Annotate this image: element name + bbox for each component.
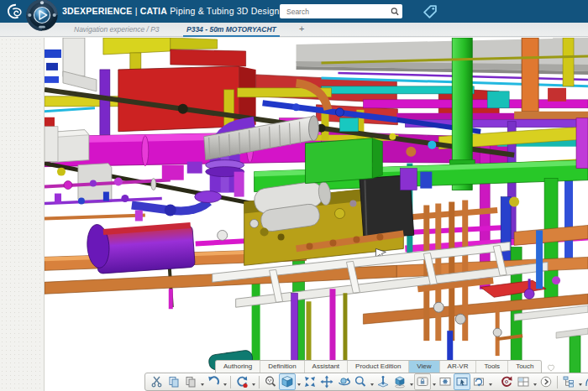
3ds-logo[interactable] — [6, 3, 24, 21]
toolbar-normal-view[interactable] — [375, 373, 391, 390]
ribbon-tab-assistant[interactable]: Assistant — [305, 361, 348, 373]
toolbar-screen-select[interactable] — [454, 373, 470, 390]
ribbon-tab-touch[interactable]: Touch — [508, 361, 541, 373]
toolbar-3d-navigation[interactable] — [583, 373, 588, 390]
search-box[interactable] — [280, 4, 402, 18]
app-subtitle: Piping & Tubing 3D Design — [170, 6, 280, 16]
toolbar-pan[interactable] — [318, 373, 335, 390]
document-tab-bar: Navigation experience / P3 P334 - 50m MO… — [0, 23, 588, 37]
app-name: CATIA — [140, 6, 167, 16]
toolbar-rotate[interactable] — [335, 373, 352, 390]
undo-dropdown-caret[interactable] — [223, 383, 227, 386]
named-views-dropdown-caret[interactable] — [410, 383, 413, 386]
ribbon-tab-view[interactable]: View — [409, 361, 439, 373]
toolbar-window-layout[interactable] — [515, 373, 532, 390]
toolbar-cut[interactable] — [149, 373, 165, 390]
toolbar-update[interactable] — [234, 373, 250, 390]
ribbon-tab-definition[interactable]: Definition — [260, 361, 304, 373]
ribbon-tab-authoring[interactable]: Authoring — [216, 361, 260, 373]
toolbar-screen-rotate[interactable] — [470, 373, 487, 390]
new-tab-button[interactable]: + — [296, 23, 307, 34]
window-layout-dropdown-caret[interactable] — [533, 383, 537, 386]
active-document-tab[interactable]: P334 - 50m MOTORYACHT — [183, 24, 280, 37]
breadcrumb[interactable]: Navigation experience / P3 — [74, 25, 160, 34]
tag-icon — [422, 3, 438, 20]
toolbar-design-tree[interactable] — [560, 373, 577, 390]
ribbon-tab-ar-vr[interactable]: AR-VR — [440, 361, 477, 373]
brand-name: 3DEXPERIENCE — [62, 6, 133, 16]
ribbon-tab-product-edition[interactable]: Product Edition — [348, 361, 409, 373]
paste-dropdown-caret[interactable] — [201, 383, 204, 386]
toolbar-update-visualization[interactable] — [498, 373, 515, 390]
zoom-dropdown-caret[interactable] — [370, 383, 374, 386]
action-toolbar — [144, 373, 588, 391]
top-bar: 3DEXPERIENCE | CATIA Piping & Tubing 3D … — [0, 0, 588, 23]
app-title: 3DEXPERIENCE | CATIA Piping & Tubing 3D … — [62, 6, 280, 16]
toolbar-fit-all-in[interactable] — [302, 373, 318, 390]
left-margin-panel — [0, 38, 44, 391]
toolbar-screen-lock[interactable] — [414, 373, 431, 390]
3d-model-scene — [45, 38, 588, 391]
toolbar-more-commands[interactable] — [538, 373, 554, 390]
toolbar-separator — [259, 376, 260, 388]
toolbar-zoom[interactable] — [352, 373, 369, 390]
toolbar-paste[interactable] — [182, 373, 199, 390]
toolbar-look-at[interactable] — [262, 373, 279, 390]
3dexperience-compass[interactable] — [26, 0, 58, 31]
application-window: 3DEXPERIENCE | CATIA Piping & Tubing 3D … — [0, 0, 588, 391]
favorites-heart-icon[interactable] — [546, 361, 556, 373]
toolbar-copy[interactable] — [165, 373, 182, 390]
toolbar-named-views[interactable] — [391, 373, 408, 390]
ribbon-tabs: AuthoringDefinitionAssistantProduct Edit… — [215, 360, 542, 373]
toolbar-undo[interactable] — [205, 373, 222, 390]
search-input[interactable] — [285, 7, 390, 17]
toolbar-separator — [557, 376, 558, 388]
toolbar-screen-settings[interactable] — [437, 373, 454, 390]
title-divider: | — [135, 6, 138, 16]
toolbar-iso-view[interactable] — [279, 373, 296, 390]
design-tree-dropdown-caret[interactable] — [579, 383, 582, 386]
3d-viewport[interactable] — [44, 38, 588, 391]
iso-view-dropdown-caret[interactable] — [297, 383, 301, 386]
search-icon[interactable] — [390, 7, 400, 17]
ribbon-tab-strip: AuthoringDefinitionAssistantProduct Edit… — [215, 360, 556, 373]
update-dropdown-caret[interactable] — [252, 383, 255, 386]
ribbon-tab-tools[interactable]: Tools — [476, 361, 508, 373]
screen-lock-dropdown-caret[interactable] — [433, 383, 436, 386]
screen-rotate-dropdown-caret[interactable] — [489, 383, 492, 386]
tag-button[interactable] — [422, 3, 438, 20]
toolbar-separator — [230, 376, 231, 388]
